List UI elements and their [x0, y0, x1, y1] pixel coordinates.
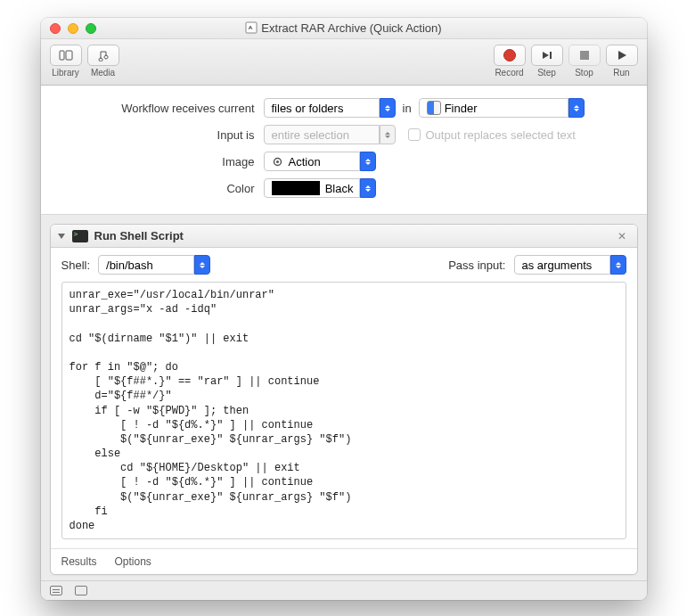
step-button[interactable] — [531, 45, 563, 66]
workflow-config: Workflow receives current files or folde… — [41, 86, 647, 215]
titlebar: Extract RAR Archive (Quick Action) — [41, 18, 647, 39]
gear-icon — [272, 155, 284, 168]
record-icon — [503, 49, 516, 62]
pass-input-select[interactable]: as arguments — [514, 255, 626, 275]
run-button[interactable] — [606, 45, 638, 66]
receives-select[interactable]: files or folders — [264, 98, 396, 118]
window: Extract RAR Archive (Quick Action) Libra… — [41, 18, 647, 600]
finder-icon — [427, 101, 441, 115]
output-replaces-checkbox — [408, 128, 421, 141]
chevron-updown-icon — [360, 178, 376, 198]
library-label: Library — [52, 68, 79, 78]
chevron-updown-icon — [360, 152, 376, 171]
stop-icon — [578, 49, 591, 62]
svg-point-6 — [276, 160, 279, 163]
close-window-button[interactable] — [50, 23, 61, 34]
media-button[interactable] — [87, 45, 119, 66]
log-view-icon[interactable] — [50, 586, 62, 595]
app-select[interactable]: Finder — [419, 98, 585, 118]
shell-select[interactable]: /bin/bash — [98, 255, 210, 275]
record-label: Record — [495, 68, 523, 78]
media-icon — [96, 49, 110, 62]
remove-action-button[interactable]: ✕ — [614, 230, 630, 242]
step-label: Step — [537, 68, 556, 78]
chevron-updown-icon — [194, 255, 210, 275]
step-icon — [540, 49, 554, 62]
receives-label: Workflow receives current — [59, 102, 264, 115]
svg-rect-4 — [580, 51, 589, 60]
chevron-updown-icon — [568, 98, 585, 118]
action-header[interactable]: Run Shell Script ✕ — [51, 225, 637, 248]
image-label: Image — [59, 155, 264, 168]
statusbar — [41, 580, 647, 600]
terminal-icon — [72, 230, 88, 242]
svg-rect-3 — [550, 52, 552, 59]
svg-rect-2 — [66, 51, 72, 60]
record-button[interactable] — [494, 45, 526, 66]
color-label: Color — [59, 182, 264, 195]
svg-rect-0 — [246, 22, 257, 33]
stop-label: Stop — [575, 68, 593, 78]
image-select[interactable]: Action — [264, 152, 376, 171]
in-label: in — [403, 102, 412, 115]
chevron-updown-icon — [380, 98, 396, 118]
color-select[interactable]: Black — [264, 178, 376, 198]
automator-document-icon — [245, 21, 258, 34]
action-card: Run Shell Script ✕ Shell: /bin/bash Pass… — [50, 224, 638, 575]
library-icon — [59, 49, 73, 62]
shell-label: Shell: — [61, 259, 91, 272]
play-icon — [616, 49, 628, 62]
options-tab[interactable]: Options — [115, 555, 151, 568]
stop-button[interactable] — [568, 45, 601, 66]
input-is-label: Input is — [59, 128, 264, 142]
input-is-select: entire selection — [264, 125, 396, 144]
window-title: Extract RAR Archive (Quick Action) — [41, 21, 647, 35]
pass-input-label: Pass input: — [448, 259, 505, 272]
toolbar: Library Media Record Step — [41, 39, 647, 86]
output-replaces-label: Output replaces selected text — [426, 128, 576, 142]
media-label: Media — [91, 68, 115, 78]
chevron-updown-icon — [610, 255, 626, 275]
run-label: Run — [613, 68, 629, 78]
script-textarea[interactable]: unrar_exe="/usr/local/bin/unrar" unrar_a… — [61, 282, 626, 539]
zoom-window-button[interactable] — [86, 23, 96, 34]
action-title: Run Shell Script — [94, 229, 614, 242]
results-tab[interactable]: Results — [61, 555, 97, 568]
svg-rect-1 — [60, 51, 64, 60]
disclosure-triangle-icon[interactable] — [58, 234, 65, 239]
library-button[interactable] — [50, 45, 82, 66]
workflow-view-icon[interactable] — [75, 586, 87, 595]
chevron-updown-icon — [380, 125, 396, 144]
color-swatch — [272, 181, 320, 195]
minimize-window-button[interactable] — [68, 23, 78, 34]
